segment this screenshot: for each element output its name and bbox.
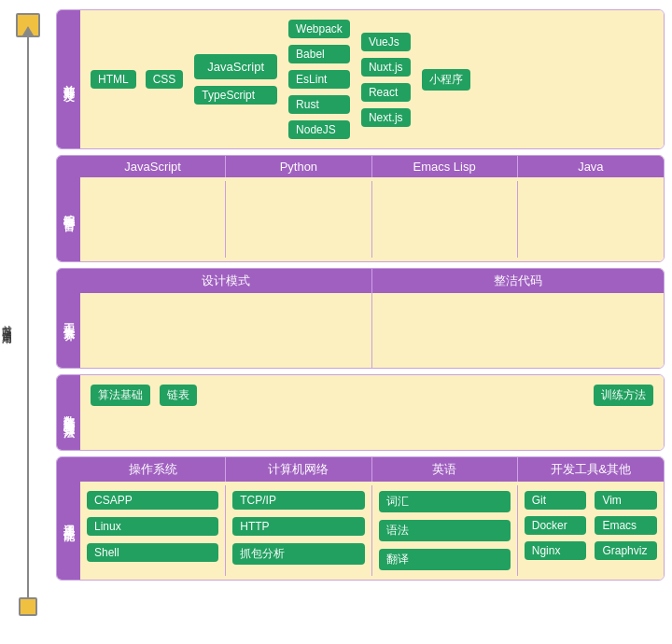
lang-col1-header: JavaScript <box>80 156 226 177</box>
axis-line <box>27 32 29 607</box>
lang-body-col4 <box>518 181 664 258</box>
tag-graphviz[interactable]: Graphviz <box>595 541 657 560</box>
tag-eslint[interactable]: EsLint <box>288 70 350 89</box>
lang-body-col3 <box>372 181 518 258</box>
main-container: 越向下越通用 前端开发 HTML CSS JavaScript TypeScri… <box>0 0 672 644</box>
tag-git[interactable]: Git <box>525 491 587 510</box>
tag-docker[interactable]: Docker <box>525 516 587 535</box>
axis-bottom-box <box>19 597 37 616</box>
lang-label: 编程语言 <box>57 156 80 261</box>
left-axis: 越向下越通用 <box>0 9 56 635</box>
tag-emacs[interactable]: Emacs <box>595 516 657 535</box>
tag-react[interactable]: React <box>361 83 411 102</box>
general-header4: 开发工具&其他 <box>518 457 664 482</box>
tag-typescript[interactable]: TypeScript <box>194 86 277 105</box>
eng-label: 工程素养 <box>57 269 80 368</box>
tag-linux[interactable]: Linux <box>87 517 218 536</box>
tag-grammar[interactable]: 语法 <box>379 520 511 541</box>
tag-webpack[interactable]: Webpack <box>288 20 350 38</box>
general-body-col1: CSAPP Linux Shell <box>80 485 226 576</box>
eng-body-col2 <box>372 293 665 368</box>
tag-linked-list[interactable]: 链表 <box>160 385 197 406</box>
eng-header2: 整洁代码 <box>372 269 665 293</box>
eng-body-col1 <box>80 293 372 368</box>
lang-body-col1 <box>80 181 226 258</box>
tag-babel[interactable]: Babel <box>288 45 350 63</box>
lang-col4-header: Java <box>518 156 664 177</box>
section-algo: 数据结构与算法 算法基础 链表 训练方法 <box>56 374 665 451</box>
lang-body-col2 <box>226 181 371 258</box>
tag-tcpip[interactable]: TCP/IP <box>232 491 364 510</box>
tag-rust[interactable]: Rust <box>288 95 350 114</box>
section-eng: 工程素养 设计模式 整洁代码 <box>56 268 665 369</box>
frontend-label: 前端开发 <box>57 10 80 148</box>
frontend-body: HTML CSS JavaScript TypeScript Webpack B… <box>80 10 664 148</box>
lang-body: JavaScript Python Emacs Lisp Java <box>80 156 664 261</box>
general-header1: 操作系统 <box>80 457 226 482</box>
tag-csapp[interactable]: CSAPP <box>87 491 218 510</box>
section-general: 通用技能 操作系统 计算机网络 英语 开发工具&其他 CSAPP Linux S… <box>56 456 665 581</box>
tag-vuejs[interactable]: VueJs <box>361 33 411 51</box>
tag-packet[interactable]: 抓包分析 <box>232 543 364 565</box>
section-frontend: 前端开发 HTML CSS JavaScript TypeScript <box>56 9 665 149</box>
axis-label: 越向下越通用 <box>0 316 14 328</box>
general-header3: 英语 <box>372 457 518 482</box>
eng-body: 设计模式 整洁代码 <box>80 269 664 368</box>
section-lang: 编程语言 JavaScript Python Emacs Lisp Java <box>56 155 665 262</box>
tag-vocab[interactable]: 词汇 <box>379 491 511 512</box>
tag-translate[interactable]: 翻译 <box>379 549 511 570</box>
algo-label: 数据结构与算法 <box>57 375 80 450</box>
tag-html[interactable]: HTML <box>91 70 136 89</box>
tag-algo-basics[interactable]: 算法基础 <box>91 385 150 406</box>
tag-nextjs[interactable]: Next.js <box>361 108 411 127</box>
tag-train-method[interactable]: 训练方法 <box>594 385 653 406</box>
tag-nodejs[interactable]: NodeJS <box>288 120 350 139</box>
lang-col2-header: Python <box>226 156 371 177</box>
general-body-col4: Git Vim Docker Emacs Nginx Graphviz <box>518 485 664 576</box>
tag-http[interactable]: HTTP <box>232 517 364 536</box>
general-body-col3: 词汇 语法 翻译 <box>372 485 518 576</box>
right-content: 前端开发 HTML CSS JavaScript TypeScript <box>56 9 665 635</box>
tag-miniprogram[interactable]: 小程序 <box>422 69 470 91</box>
general-header2: 计算机网络 <box>226 457 371 482</box>
tag-vim[interactable]: Vim <box>595 491 657 510</box>
tag-nginx[interactable]: Nginx <box>525 541 587 560</box>
lang-col3-header: Emacs Lisp <box>372 156 518 177</box>
general-label: 通用技能 <box>57 457 80 580</box>
eng-header1: 设计模式 <box>80 269 372 293</box>
tag-shell[interactable]: Shell <box>87 543 218 562</box>
tag-nuxtjs[interactable]: Nuxt.js <box>361 58 411 77</box>
tag-css[interactable]: CSS <box>146 70 184 89</box>
algo-body: 算法基础 链表 训练方法 <box>80 375 664 450</box>
general-body: 操作系统 计算机网络 英语 开发工具&其他 CSAPP Linux Shell … <box>80 457 664 580</box>
general-body-col2: TCP/IP HTTP 抓包分析 <box>226 485 371 576</box>
tag-javascript[interactable]: JavaScript <box>194 54 277 79</box>
